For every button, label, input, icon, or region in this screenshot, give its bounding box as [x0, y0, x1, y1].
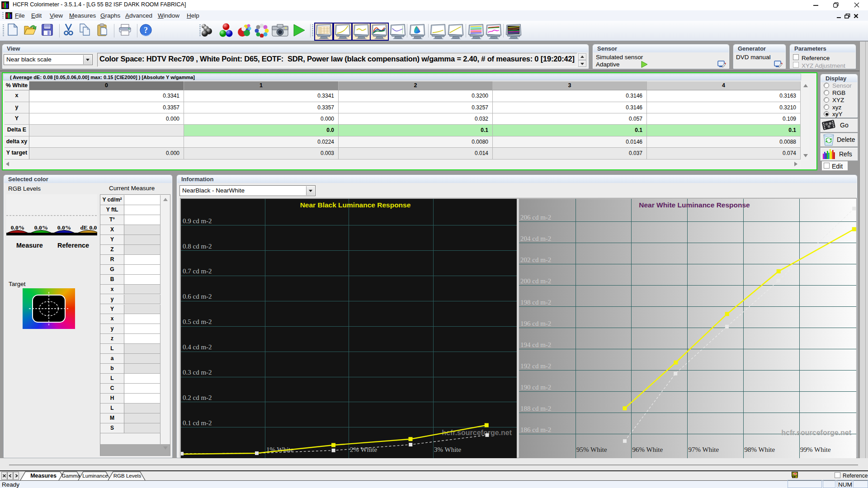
svg-text:dE 0.0: dE 0.0: [80, 224, 97, 231]
svg-text:Luminance: Luminance: [82, 473, 108, 479]
svg-text:0.8 cd m-2: 0.8 cd m-2: [183, 243, 212, 250]
svg-text:200 cd m-2: 200 cd m-2: [520, 277, 551, 285]
svg-text:186 cd m-2: 186 cd m-2: [520, 426, 551, 433]
svg-text:196 cd m-2: 196 cd m-2: [520, 320, 551, 327]
svg-text:Measures: Measures: [30, 473, 57, 479]
svg-text:202 cd m-2: 202 cd m-2: [520, 256, 551, 263]
svg-text:Near White Luminance Response: Near White Luminance Response: [639, 201, 750, 209]
svg-text:0.0%: 0.0%: [34, 224, 48, 231]
svg-text:0.7 cd m-2: 0.7 cd m-2: [183, 267, 212, 275]
svg-text:0.6 cd m-2: 0.6 cd m-2: [183, 293, 212, 300]
svg-text:95% White: 95% White: [576, 446, 607, 453]
svg-text:?: ?: [144, 26, 148, 35]
svg-text:0.0%: 0.0%: [57, 224, 71, 231]
svg-text:188 cd m-2: 188 cd m-2: [520, 405, 551, 412]
svg-text:0.5 cd m-2: 0.5 cd m-2: [183, 318, 212, 325]
svg-text:0.0%: 0.0%: [11, 224, 24, 231]
svg-text:194 cd m-2: 194 cd m-2: [520, 341, 551, 348]
svg-text:96% White: 96% White: [632, 446, 663, 453]
svg-text:192 cd m-2: 192 cd m-2: [520, 362, 551, 370]
svg-text:204 cd m-2: 204 cd m-2: [520, 235, 551, 242]
svg-text:hcfr.sourceforge.net: hcfr.sourceforge.net: [781, 429, 851, 436]
svg-text:0.2 cd m-2: 0.2 cd m-2: [183, 394, 212, 401]
svg-text:190 cd m-2: 190 cd m-2: [520, 384, 551, 391]
svg-text:3% White: 3% White: [434, 446, 461, 453]
svg-text:hcfr.sourceforge.net: hcfr.sourceforge.net: [442, 429, 512, 436]
svg-text:Gamma: Gamma: [62, 473, 81, 479]
svg-text:RGB Levels: RGB Levels: [113, 473, 142, 479]
svg-text:0.1 cd m-2: 0.1 cd m-2: [183, 419, 212, 427]
svg-text:0.9 cd m-2: 0.9 cd m-2: [183, 217, 212, 225]
svg-text:206 cd m-2: 206 cd m-2: [520, 214, 551, 221]
svg-text:0.4 cd m-2: 0.4 cd m-2: [183, 343, 212, 351]
svg-text:Near Black Luminance Response: Near Black Luminance Response: [300, 201, 411, 209]
svg-text:98% White: 98% White: [745, 446, 775, 453]
svg-text:99% White: 99% White: [800, 446, 831, 453]
svg-text:198 cd m-2: 198 cd m-2: [520, 299, 551, 306]
svg-text:0.3 cd m-2: 0.3 cd m-2: [183, 369, 212, 376]
svg-text:2% White: 2% White: [350, 446, 377, 453]
svg-text:97% White: 97% White: [689, 446, 719, 453]
